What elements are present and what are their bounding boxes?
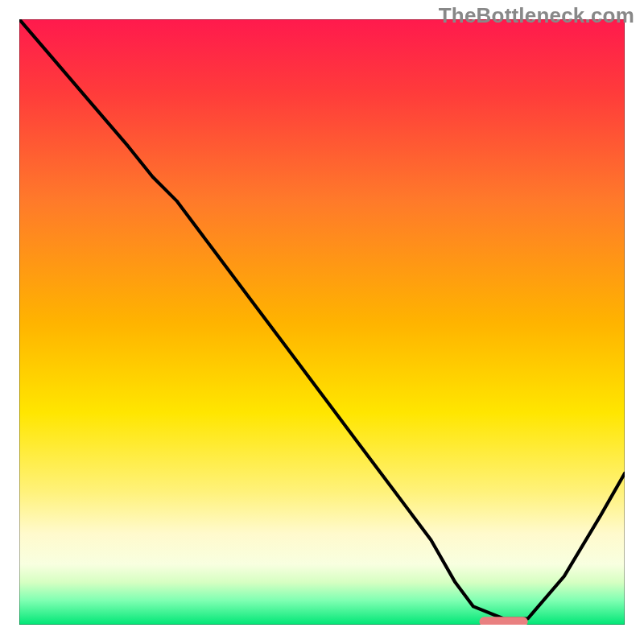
watermark-text: TheBottleneck.com <box>439 3 634 28</box>
bottleneck-chart <box>19 19 625 625</box>
optimal-range-marker <box>480 617 528 625</box>
chart-frame <box>19 19 625 625</box>
chart-background <box>19 19 625 625</box>
